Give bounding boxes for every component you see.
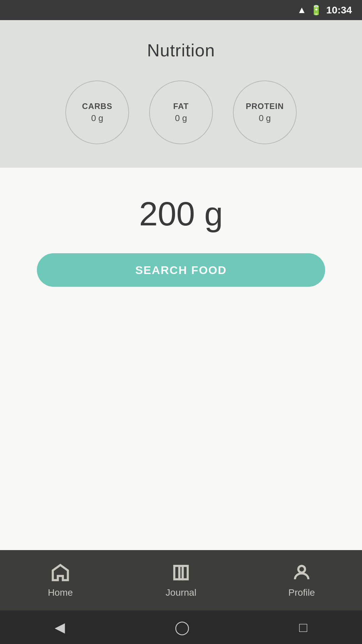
nav-label-journal: Journal [166, 587, 196, 598]
signal-icon: ▲ [297, 5, 307, 15]
home-button[interactable]: ◯ [175, 620, 190, 635]
nav-item-home[interactable]: Home [0, 550, 121, 610]
main-content: 200 g SEARCH FOOD [0, 168, 362, 550]
battery-icon: 🔋 [310, 5, 322, 16]
nav-item-profile[interactable]: Profile [241, 550, 362, 610]
status-bar: ▲ 🔋 10:34 [0, 0, 362, 20]
nutrition-header: Nutrition CARBS 0 g FAT 0 g PROTEIN 0 g [0, 20, 362, 168]
system-nav-bar: ◀ ◯ □ [0, 610, 362, 644]
home-icon [50, 562, 70, 584]
back-button[interactable]: ◀ [55, 620, 65, 635]
status-time: 10:34 [326, 4, 352, 16]
profile-icon [292, 562, 312, 584]
fat-value: 0 g [175, 113, 187, 123]
fat-circle: FAT 0 g [149, 80, 213, 144]
journal-icon [171, 562, 191, 584]
svg-point-0 [298, 566, 305, 573]
protein-circle: PROTEIN 0 g [233, 80, 297, 144]
nav-label-profile: Profile [288, 587, 315, 598]
carbs-circle: CARBS 0 g [65, 80, 129, 144]
bottom-nav: Home Journal Profile [0, 550, 362, 610]
fat-label: FAT [173, 102, 189, 111]
protein-value: 0 g [259, 113, 271, 123]
calories-display: 200 g [139, 195, 223, 233]
carbs-label: CARBS [82, 102, 112, 111]
search-food-button[interactable]: SEARCH FOOD [37, 253, 325, 287]
carbs-value: 0 g [91, 113, 103, 123]
search-food-label: SEARCH FOOD [135, 264, 227, 277]
protein-label: PROTEIN [246, 102, 284, 111]
nutrient-circles: CARBS 0 g FAT 0 g PROTEIN 0 g [65, 80, 297, 144]
nav-label-home: Home [48, 587, 73, 598]
recents-button[interactable]: □ [299, 620, 307, 635]
page-title: Nutrition [147, 40, 215, 60]
nav-item-journal[interactable]: Journal [121, 550, 241, 610]
